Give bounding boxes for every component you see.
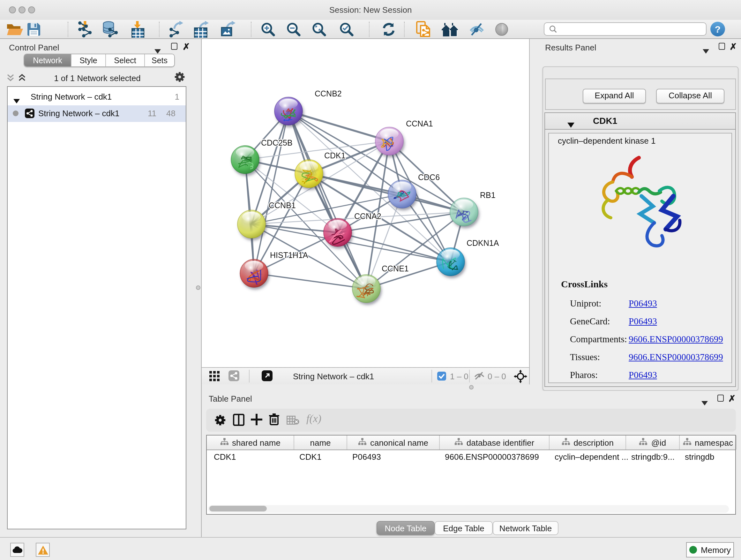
- edge-CCNB2-CCNA1[interactable]: [288, 111, 389, 141]
- results-panel-close-button[interactable]: ✗: [730, 42, 737, 52]
- cell--id[interactable]: stringdb:9...: [631, 452, 675, 462]
- open-session-button[interactable]: [6, 21, 23, 38]
- cell-namespac[interactable]: stringdb: [685, 452, 715, 462]
- collapse-all-button[interactable]: Collapse All: [656, 89, 724, 104]
- import-network-from-database-button[interactable]: [101, 21, 119, 38]
- external-link-icon[interactable]: [262, 370, 273, 384]
- export-table-button[interactable]: [193, 21, 211, 38]
- birdseye-grid-icon[interactable]: [209, 371, 219, 384]
- expand-all-trees-button[interactable]: [18, 73, 26, 84]
- tab-sets[interactable]: Sets: [145, 54, 174, 66]
- tab-edge-table[interactable]: Edge Table: [434, 521, 493, 535]
- node-RB1[interactable]: RB1: [450, 191, 495, 226]
- tab-node-table[interactable]: Node Table: [377, 521, 434, 535]
- tab-select[interactable]: Select: [106, 54, 145, 66]
- cdk1-section-header[interactable]: CDK1: [545, 113, 735, 130]
- control-panel-maximize-button[interactable]: [171, 43, 178, 50]
- section-collapse-icon[interactable]: [567, 119, 575, 130]
- network-row-selected[interactable]: String Network – cdk1 11 48: [8, 105, 186, 122]
- column-header-database-identifier[interactable]: database identifier: [440, 435, 549, 449]
- network-tree: String Network – cdk1 1 String Network –…: [7, 86, 186, 530]
- node-CDKN1A[interactable]: CDKN1A: [436, 239, 499, 276]
- results-panel-maximize-button[interactable]: [719, 43, 725, 50]
- node-CCNA1[interactable]: CCNA1: [375, 119, 433, 155]
- edge-CCNB2-CCNE1[interactable]: [288, 111, 366, 289]
- delete-column-icon[interactable]: [269, 413, 280, 428]
- zoom-fit-button[interactable]: [310, 21, 328, 38]
- cell-database-identifier[interactable]: 9606.ENSP00000378699: [445, 452, 539, 462]
- show-columns-icon[interactable]: [233, 414, 245, 428]
- edge-HIST1H1A-CCNE1[interactable]: [254, 273, 366, 289]
- left-splitter-handle[interactable]: [196, 286, 200, 290]
- help-button[interactable]: ?: [711, 22, 725, 37]
- table-panel-float-button[interactable]: [701, 396, 708, 408]
- export-network-button[interactable]: [167, 21, 185, 38]
- import-table-button[interactable]: [128, 21, 146, 38]
- table-panel-close-button[interactable]: ✗: [728, 393, 736, 403]
- column-header-canonical-name[interactable]: canonical name: [347, 435, 440, 449]
- cell-name[interactable]: CDK1: [299, 452, 321, 462]
- node-CCNE1[interactable]: CCNE1: [352, 264, 409, 303]
- save-session-button[interactable]: [25, 21, 43, 38]
- results-panel: Results Panel ✗ Expand All Collapse All …: [529, 39, 741, 384]
- cell-canonical-name[interactable]: P06493: [352, 452, 381, 462]
- column-header-name[interactable]: name: [294, 435, 347, 449]
- tab-style[interactable]: Style: [71, 54, 106, 66]
- column-header-description[interactable]: description: [549, 435, 626, 449]
- collapse-all-trees-button[interactable]: [6, 73, 15, 84]
- export-image-button[interactable]: [219, 21, 238, 38]
- cell-description[interactable]: cyclin–dependent ...: [555, 452, 628, 462]
- zoom-out-button[interactable]: [285, 21, 302, 38]
- import-network-button[interactable]: [77, 21, 94, 38]
- control-panel-close-button[interactable]: ✗: [183, 42, 190, 52]
- table-horizontal-scrollbar[interactable]: [208, 505, 729, 513]
- table-panel-maximize-button[interactable]: [718, 395, 724, 401]
- network-options-gear-icon[interactable]: [174, 71, 185, 85]
- column-header--id[interactable]: @id: [626, 435, 680, 449]
- refresh-button[interactable]: [380, 21, 398, 38]
- table-options-gear-icon[interactable]: [214, 415, 226, 428]
- tab-network[interactable]: Network: [24, 54, 71, 66]
- network-canvas[interactable]: CCNB2 CCNA1 CDC25B CDK1 CDC6: [202, 39, 529, 384]
- collection-expand-icon[interactable]: [13, 95, 20, 106]
- column-header-namespac[interactable]: namespac: [680, 435, 737, 449]
- status-bar: Memory: [0, 537, 741, 560]
- edge-CDK1-RB1[interactable]: [309, 174, 464, 212]
- memory-button[interactable]: Memory: [686, 542, 734, 557]
- network-collection-row[interactable]: String Network – cdk1 1: [8, 89, 186, 105]
- crosslink-value[interactable]: 9606.ENSP00000378699: [629, 352, 723, 363]
- warning-icon: [37, 545, 48, 555]
- scrollbar-thumb[interactable]: [209, 506, 267, 511]
- tab-network-table[interactable]: Network Table: [493, 521, 558, 535]
- cdk1-content: cyclin–dependent kinase 1: [548, 133, 732, 383]
- crosslink-value[interactable]: P06493: [629, 316, 657, 327]
- warning-button[interactable]: [36, 543, 50, 557]
- search-input[interactable]: [544, 22, 706, 36]
- crosslink-value[interactable]: P06493: [629, 298, 657, 309]
- crosslink-value[interactable]: 9606.ENSP00000378699: [629, 334, 723, 345]
- fit-content-crosshair-icon[interactable]: [514, 370, 527, 386]
- splitter-handle[interactable]: [469, 385, 474, 389]
- node-label-CDK1: CDK1: [324, 151, 346, 160]
- column-header-shared-name[interactable]: shared name: [207, 435, 294, 449]
- results-panel-float-button[interactable]: [703, 45, 709, 56]
- column-type-icon: [639, 438, 648, 447]
- cell-shared-name[interactable]: CDK1: [214, 452, 236, 462]
- string-network-badge-icon[interactable]: [228, 370, 239, 384]
- node-CCNB2[interactable]: CCNB2: [274, 89, 342, 125]
- add-column-icon[interactable]: [251, 414, 262, 428]
- zoom-selected-button[interactable]: [338, 21, 355, 38]
- edge-CCNA2-CDKN1A[interactable]: [338, 233, 451, 262]
- node-HIST1H1A[interactable]: HIST1H1A: [240, 251, 308, 287]
- network-graph[interactable]: CCNB2 CCNA1 CDC25B CDK1 CDC6: [202, 39, 529, 367]
- first-neighbors-button[interactable]: [441, 21, 459, 38]
- zoom-in-button[interactable]: [259, 21, 277, 38]
- expand-all-button[interactable]: Expand All: [583, 89, 646, 104]
- hide-selected-button[interactable]: [468, 21, 486, 38]
- selected-checkbox-icon[interactable]: [437, 372, 446, 383]
- crosslink-value[interactable]: P06493: [629, 370, 657, 381]
- show-all-button[interactable]: [493, 21, 511, 38]
- copy-network-button[interactable]: [414, 21, 432, 38]
- cloud-button[interactable]: [10, 543, 24, 557]
- edge-CCNB2-HIST1H1A[interactable]: [254, 111, 288, 273]
